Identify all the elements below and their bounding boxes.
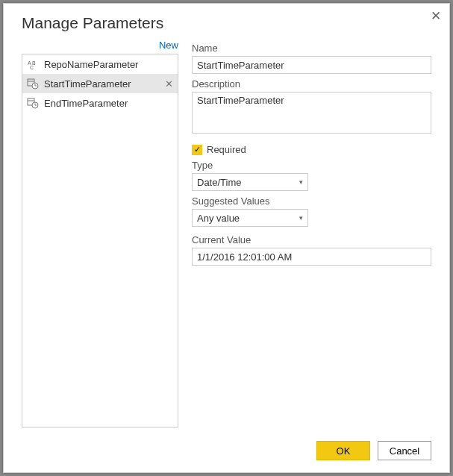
parameter-form: Name Description StartTimeParameter ✓ Re… <box>192 38 431 428</box>
delete-parameter-icon[interactable]: ✕ <box>165 78 173 90</box>
new-parameter-link[interactable]: New <box>22 38 178 54</box>
type-label: Type <box>192 160 431 171</box>
close-icon: ✕ <box>431 9 441 23</box>
dialog-title: Manage Parameters <box>4 4 449 38</box>
datetime-type-icon <box>27 97 39 109</box>
ok-button[interactable]: OK <box>316 441 370 460</box>
check-icon: ✓ <box>194 145 201 154</box>
description-label: Description <box>192 78 431 90</box>
parameters-panel: New A B C RepoNameParameter <box>22 38 178 428</box>
chevron-down-icon: ▾ <box>299 214 303 222</box>
type-select[interactable]: Date/Time ▾ <box>192 173 308 191</box>
parameter-item-label: StartTimeParameter <box>44 78 131 90</box>
parameter-item-endtime[interactable]: EndTimeParameter <box>22 93 178 113</box>
name-label: Name <box>192 43 431 54</box>
manage-parameters-dialog: ✕ Manage Parameters New A B C RepoNamePa… <box>3 3 450 473</box>
required-label: Required <box>207 144 246 155</box>
suggested-values-value: Any value <box>197 213 240 224</box>
parameter-item-label: EndTimeParameter <box>44 98 128 109</box>
suggested-values-select[interactable]: Any value ▾ <box>192 209 308 227</box>
dialog-buttons: OK Cancel <box>4 433 449 472</box>
datetime-type-icon <box>27 78 39 90</box>
cancel-label: Cancel <box>390 445 419 457</box>
chevron-down-icon: ▾ <box>299 178 303 186</box>
dialog-content: New A B C RepoNameParameter <box>4 38 449 433</box>
name-input[interactable] <box>192 56 431 74</box>
parameter-item-reponame[interactable]: A B C RepoNameParameter <box>22 54 178 74</box>
current-value-label: Current Value <box>192 234 431 245</box>
parameter-item-starttime[interactable]: StartTimeParameter ✕ <box>22 74 178 93</box>
required-row: ✓ Required <box>192 144 431 155</box>
description-input[interactable]: StartTimeParameter <box>192 92 431 134</box>
close-button[interactable]: ✕ <box>428 8 443 23</box>
cancel-button[interactable]: Cancel <box>378 441 431 460</box>
parameter-item-label: RepoNameParameter <box>44 59 138 70</box>
ok-label: OK <box>337 445 351 457</box>
text-type-icon: A B C <box>27 58 39 70</box>
parameter-list: A B C RepoNameParameter <box>22 54 178 428</box>
required-checkbox[interactable]: ✓ <box>192 145 202 155</box>
current-value-input[interactable] <box>192 248 431 266</box>
type-value: Date/Time <box>197 177 241 188</box>
suggested-values-label: Suggested Values <box>192 195 431 207</box>
svg-text:C: C <box>30 65 34 70</box>
